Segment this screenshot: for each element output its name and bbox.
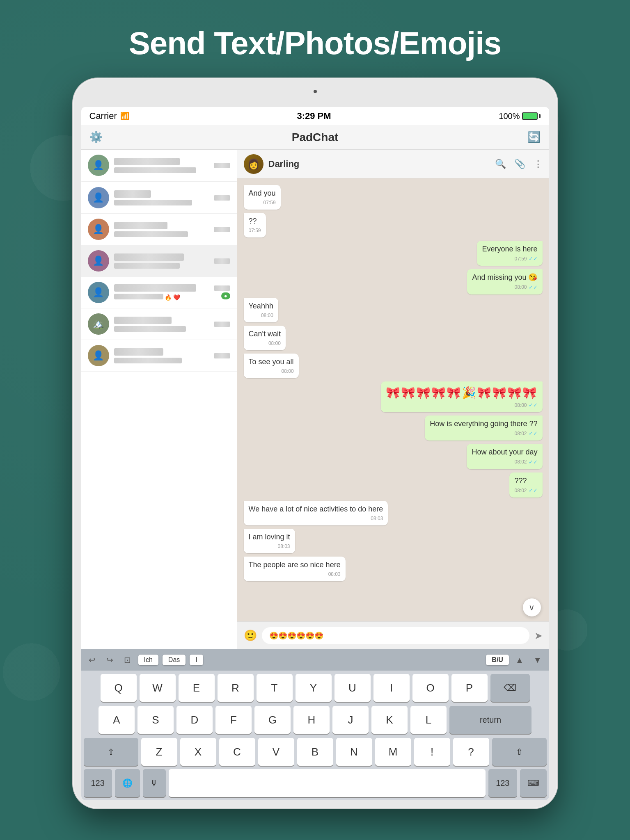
key-o[interactable]: O [412, 674, 449, 702]
key-d[interactable]: D [176, 706, 213, 734]
status-bar: Carrier 📶 3:29 PM 100% [81, 107, 549, 125]
redo-button[interactable]: ↪ [103, 653, 117, 667]
message-ticks: ✓✓ [529, 255, 538, 262]
key-e[interactable]: E [179, 674, 215, 702]
contact-item[interactable]: 👤 [81, 150, 237, 181]
key-m[interactable]: M [375, 738, 411, 766]
contacts-list[interactable]: 👤 👤 [81, 150, 237, 649]
mic-key[interactable]: 🎙 [143, 769, 166, 797]
key-n[interactable]: N [336, 738, 372, 766]
contact-time [214, 285, 230, 291]
emoji-button[interactable]: 🙂 [244, 629, 257, 642]
key-r[interactable]: R [218, 674, 254, 702]
key-exclaim[interactable]: ! [414, 738, 450, 766]
key-i[interactable]: I [373, 674, 410, 702]
delete-key[interactable]: ⌫ [490, 674, 530, 702]
key-l[interactable]: L [410, 706, 447, 734]
numbers-key-right[interactable]: 123 [488, 769, 517, 797]
contact-name [114, 284, 196, 292]
send-button[interactable]: ➤ [534, 630, 543, 641]
shift-key-right[interactable]: ⇧ [492, 738, 547, 766]
key-f[interactable]: F [215, 706, 252, 734]
contact-preview: 🔥 ❤️ [114, 294, 209, 301]
contact-preview [114, 200, 192, 205]
avatar: 👤 [88, 345, 109, 366]
message-text: The people are so nice here [249, 561, 341, 569]
message-bubble: Everyone is here 07:59 ✓✓ [477, 241, 542, 266]
contact-item-active[interactable]: 👤 [81, 245, 237, 277]
message-meta: 08:00 [249, 340, 281, 347]
chat-input[interactable] [262, 627, 529, 644]
chat-header-actions: 🔍 📎 ⋮ [495, 159, 543, 169]
key-x[interactable]: X [180, 738, 216, 766]
contact-item[interactable]: 🏔️ [81, 308, 237, 340]
contact-item[interactable]: 👤 [81, 214, 237, 245]
undo-button[interactable]: ↩ [85, 653, 99, 667]
chat-input-area: 🙂 ➤ [237, 621, 549, 649]
key-s[interactable]: S [137, 706, 174, 734]
message-text: ?? [249, 217, 257, 225]
message-ticks: ✓✓ [529, 284, 538, 291]
arrow-up-icon[interactable]: ▲ [512, 654, 527, 667]
bold-format-button[interactable]: B/U [486, 655, 509, 665]
copy-button[interactable]: ⊡ [121, 653, 134, 667]
app-header: ⚙️ PadChat 🔄 [81, 125, 549, 150]
key-h[interactable]: H [293, 706, 330, 734]
key-z[interactable]: Z [141, 738, 177, 766]
contact-item[interactable]: 👤 [81, 182, 237, 214]
key-t[interactable]: T [257, 674, 293, 702]
message-time: 07:59 [249, 227, 261, 234]
contact-preview [114, 263, 180, 269]
message-text: We have a lot of nice activities to do h… [249, 505, 383, 513]
key-y[interactable]: Y [296, 674, 332, 702]
refresh-icon[interactable]: 🔄 [527, 131, 541, 144]
key-w[interactable]: W [140, 674, 176, 702]
chat-messages[interactable]: And you 07:59 ?? 07:59 [237, 178, 549, 621]
globe-key[interactable]: 🌐 [115, 769, 140, 797]
message-time: 08:03 [371, 515, 383, 522]
scroll-down-button[interactable]: ∨ [523, 598, 541, 616]
message-text: Everyone is here [482, 245, 537, 253]
contact-info [114, 158, 209, 173]
suggestion-1[interactable]: Ich [138, 655, 158, 665]
key-p[interactable]: P [451, 674, 488, 702]
key-question[interactable]: ? [453, 738, 489, 766]
message-row: Yeahhh 08:00 [244, 298, 543, 322]
settings-icon[interactable]: ⚙️ [89, 131, 103, 144]
key-b[interactable]: B [297, 738, 333, 766]
numbers-key-left[interactable]: 123 [84, 769, 112, 797]
search-icon[interactable]: 🔍 [495, 159, 506, 169]
suggestion-3[interactable]: I [190, 655, 203, 665]
arrow-down-icon[interactable]: ▼ [530, 654, 545, 667]
key-u[interactable]: U [334, 674, 371, 702]
key-q[interactable]: Q [101, 674, 137, 702]
message-time: 07:59 [514, 256, 527, 262]
contact-item[interactable]: 👤 🔥 ❤️ ● [81, 277, 237, 308]
main-content: 👤 👤 [81, 150, 549, 649]
return-key[interactable]: return [449, 706, 531, 734]
key-v[interactable]: V [258, 738, 294, 766]
space-key[interactable] [169, 769, 486, 797]
contact-preview [114, 167, 196, 173]
attachment-icon[interactable]: 📎 [514, 159, 525, 169]
message-text: And you [249, 189, 276, 197]
contact-item[interactable]: 👤 [81, 340, 237, 372]
suggestion-2[interactable]: Das [163, 655, 186, 665]
contact-avatar-wrapper: 👤 [88, 155, 109, 176]
keyboard-dismiss-key[interactable]: ⌨ [520, 769, 547, 797]
shift-key-left[interactable]: ⇧ [84, 738, 138, 766]
key-j[interactable]: J [332, 706, 369, 734]
avatar: 👤 [88, 282, 109, 303]
message-row: And you 07:59 [244, 185, 543, 210]
keyboard-bottom-row: 123 🌐 🎙 123 ⌨ [81, 767, 549, 800]
key-g[interactable]: G [254, 706, 291, 734]
message-time: 07:59 [263, 199, 276, 206]
message-time: 08:02 [514, 459, 527, 466]
message-text: ??? [514, 477, 527, 485]
key-a[interactable]: A [99, 706, 135, 734]
keyboard-keys: Q W E R T Y U I O P ⌫ A S D F [81, 671, 549, 767]
message-ticks: ✓✓ [529, 487, 538, 494]
more-icon[interactable]: ⋮ [534, 159, 543, 169]
key-c[interactable]: C [219, 738, 255, 766]
key-k[interactable]: K [371, 706, 408, 734]
